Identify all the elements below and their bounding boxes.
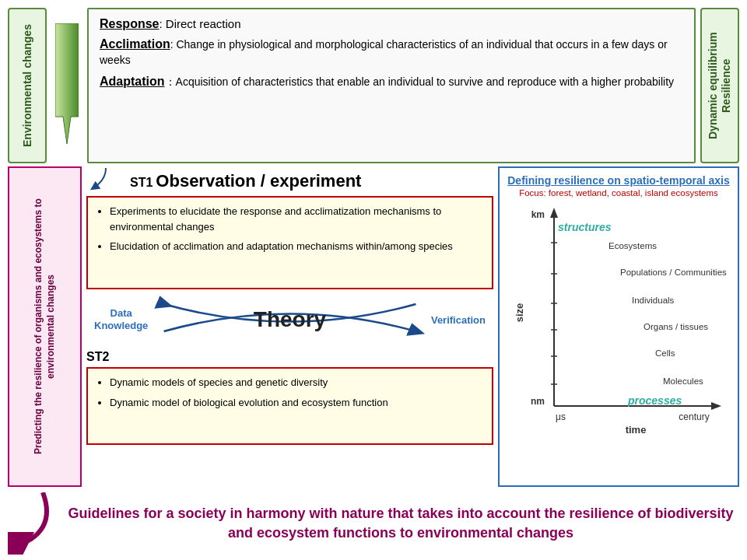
st2-bullet-2: Dynamic model of biological evolution an… <box>110 395 484 411</box>
bottom-section: Guidelines for a society in harmony with… <box>0 490 747 558</box>
env-label-text: Environmental changes <box>21 24 34 147</box>
svg-text:μs: μs <box>556 411 566 422</box>
resilience-chart-box: Defining resilience on spatio-temporal a… <box>498 166 739 487</box>
middle-section: Predicting the resilience of organisms a… <box>0 163 747 490</box>
st1-title-text: Observation / experiment <box>156 171 361 191</box>
top-to-st1-arrow-icon <box>86 168 125 191</box>
st1-num: ST1 <box>130 176 153 189</box>
resilience-chart-title: Defining resilience on spatio-temporal a… <box>507 174 730 187</box>
predicting-box: Predicting the resilience of organisms a… <box>8 166 82 487</box>
response-label: Response <box>100 17 159 30</box>
svg-text:Individuals: Individuals <box>632 296 675 305</box>
svg-text:Ecosystems: Ecosystems <box>608 241 657 250</box>
svg-text:Populations / Communities: Populations / Communities <box>620 268 727 277</box>
acclimation-text: : Change in physiological and morphologi… <box>100 38 668 66</box>
arrow-down-container <box>51 8 82 163</box>
svg-marker-0 <box>55 23 79 144</box>
svg-text:time: time <box>626 424 647 436</box>
resilience-focus: Focus: forest, wetland, coastal, island … <box>507 188 730 198</box>
st1-bullets: Experiments to elucidate the response an… <box>96 204 484 254</box>
svg-marker-2 <box>550 208 558 218</box>
bottom-curve-arrow-icon <box>8 492 54 555</box>
svg-text:size: size <box>514 303 525 323</box>
st2-num: ST2 <box>86 350 109 363</box>
svg-text:Cells: Cells <box>655 348 675 358</box>
st1-bullet-2: Elucidation of acclimation and adaptatio… <box>110 239 484 254</box>
resilience-label-text: Dynamic equilibrium Resilience <box>707 12 733 159</box>
bottom-guidelines-text: Guidelines for a society in harmony with… <box>62 504 739 543</box>
svg-text:nm: nm <box>531 396 545 407</box>
env-changes-label: Environmental changes <box>8 8 47 163</box>
st2-bullet-1: Dynamic models of species and genetic di… <box>110 375 484 390</box>
response-text: : Direct reaction <box>159 17 240 30</box>
top-section: Environmental changes Response: Direct r… <box>0 0 747 163</box>
adaptation-def: Adaptation：Acquisition of characteristic… <box>100 73 683 90</box>
adaptation-label: Adaptation <box>100 75 165 88</box>
theory-label: Theory <box>254 307 326 331</box>
response-def: Response: Direct reaction <box>100 17 683 31</box>
predicting-text: Predicting the resilience of organisms a… <box>33 173 57 481</box>
down-arrow-icon <box>55 23 79 148</box>
st2-header: ST2 <box>86 350 493 364</box>
theory-arrows-row: Data Knowledge Theory <box>86 292 493 347</box>
svg-text:Molecules: Molecules <box>663 376 703 386</box>
acclimation-def: Acclimation: Change in physiological and… <box>100 36 683 68</box>
svg-text:processes: processes <box>627 394 682 407</box>
st2-bullets: Dynamic models of species and genetic di… <box>96 375 484 410</box>
adaptation-text: ：Acquisition of characteristics that ena… <box>165 75 674 88</box>
st1-box: Experiments to elucidate the response an… <box>86 196 493 289</box>
svg-marker-4 <box>711 402 721 410</box>
svg-text:Organs / tissues: Organs / tissues <box>644 322 708 331</box>
acclimation-label: Acclimation <box>100 37 170 51</box>
svg-text:century: century <box>679 411 709 422</box>
theory-center: Theory <box>86 307 493 332</box>
resilience-equilibrium-label: Dynamic equilibrium Resilience <box>700 8 739 163</box>
definitions-box: Response: Direct reaction Acclimation: C… <box>87 8 696 163</box>
st1-bullet-1: Experiments to elucidate the response an… <box>110 204 484 234</box>
st1-header-row: ST1Observation / experiment <box>86 166 493 193</box>
svg-text:structures: structures <box>558 221 612 233</box>
svg-text:km: km <box>531 209 545 220</box>
st1-title: ST1Observation / experiment <box>130 170 361 193</box>
st2-box: Dynamic models of species and genetic di… <box>86 367 493 445</box>
spatio-temporal-chart: km nm size μs century time structures pr… <box>507 204 733 445</box>
chart-area: km nm size μs century time structures pr… <box>507 204 730 479</box>
st-area: ST1Observation / experiment Experiments … <box>86 166 493 487</box>
